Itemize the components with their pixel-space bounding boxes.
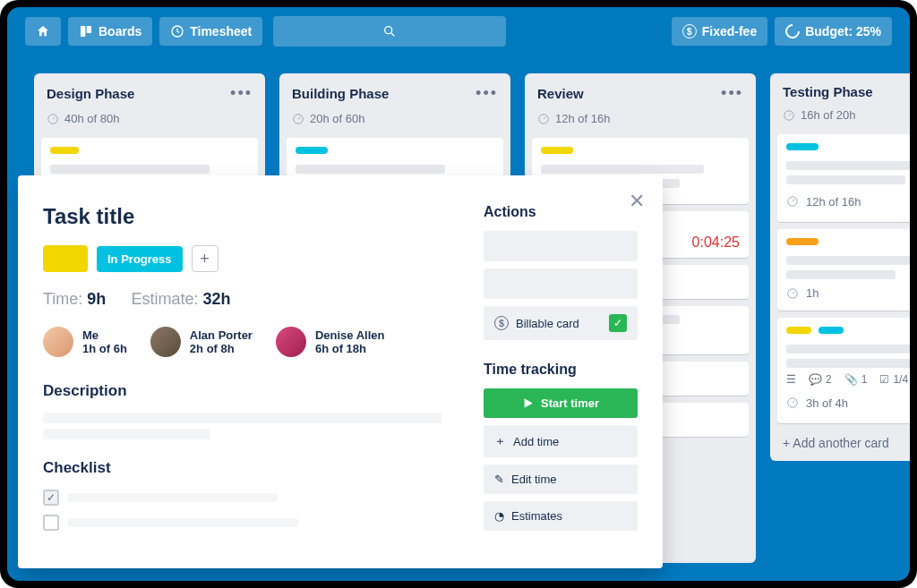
card[interactable]: ☰ 💬2 📎1 ☑1/4 3h of 4h: [777, 318, 910, 423]
budget-label: Budget: 25%: [805, 24, 881, 38]
boards-icon: [79, 24, 93, 38]
status-badge[interactable]: In Progress: [97, 246, 183, 272]
comments-icon: 💬: [809, 373, 822, 386]
column-meta: 40h of 80h: [41, 112, 258, 131]
time-label: Time:: [43, 290, 82, 308]
check-icon: ✓: [609, 314, 627, 332]
boards-button[interactable]: Boards: [68, 17, 152, 46]
actions-heading: Actions: [484, 204, 638, 220]
column-title: Design Phase: [47, 86, 134, 101]
column-meta: 16h of 20h: [777, 108, 910, 127]
pencil-icon: ✎: [494, 473, 504, 486]
add-card-button[interactable]: + Add another card: [777, 430, 910, 452]
avatar: [150, 327, 181, 357]
clock-icon: ◔: [494, 509, 504, 523]
gauge-icon: [786, 195, 799, 208]
label-pill: [786, 327, 811, 334]
label-pill: [786, 238, 818, 245]
attachment-icon: 📎: [844, 373, 858, 386]
card[interactable]: 12h of 16h: [777, 134, 910, 222]
column-meta: 12h of 16h: [532, 112, 749, 131]
label-pill: [296, 147, 328, 154]
svg-point-3: [385, 27, 392, 34]
estimate-value: 32h: [202, 290, 230, 308]
timesheet-label: Timesheet: [190, 24, 252, 38]
column-title: Building Phase: [292, 86, 389, 101]
timesheet-button[interactable]: Timesheet: [159, 17, 262, 46]
svg-rect-1: [87, 26, 91, 33]
checklist-icon: ☑: [879, 373, 889, 386]
checklist-item[interactable]: ✓: [43, 490, 462, 506]
description-icon: ☰: [786, 373, 796, 386]
fixed-fee-label: Fixed-fee: [702, 24, 757, 38]
column-title: Review: [537, 86, 584, 101]
card-badges: ☰ 💬2 📎1 ☑1/4: [786, 373, 910, 386]
checkbox-checked[interactable]: ✓: [43, 490, 59, 506]
home-icon: [36, 24, 50, 38]
start-timer-button[interactable]: Start timer: [484, 388, 638, 418]
play-icon: [522, 397, 534, 409]
column-menu-button[interactable]: •••: [721, 84, 743, 103]
dollar-icon: $: [494, 316, 509, 330]
home-button[interactable]: [25, 17, 61, 46]
column-meta: 20h of 60h: [287, 112, 503, 131]
column-menu-button[interactable]: •••: [476, 84, 498, 103]
billable-toggle[interactable]: $Billable card ✓: [484, 306, 638, 340]
boards-label: Boards: [99, 24, 141, 38]
gauge-icon: [786, 396, 799, 409]
gauge-icon: [47, 113, 59, 125]
card[interactable]: 1h: [777, 229, 910, 311]
time-value: 9h: [87, 290, 106, 308]
checkbox[interactable]: [43, 515, 59, 531]
add-time-button[interactable]: ＋Add time: [484, 425, 638, 457]
column-testing-phase: Testing Phase 16h of 20h 12h of 16h 1h: [770, 73, 910, 461]
gauge-icon: [292, 113, 304, 125]
fixed-fee-button[interactable]: $ Fixed-fee: [672, 17, 767, 46]
task-title: Task title: [43, 204, 462, 229]
search-input[interactable]: [273, 16, 506, 47]
action-button[interactable]: [484, 231, 638, 261]
header: Boards Timesheet $ Fixed-fee Budget: 25%: [7, 7, 910, 55]
column-menu-button[interactable]: •••: [230, 84, 253, 103]
action-button[interactable]: [484, 268, 638, 299]
estimate-label: Estimate:: [131, 290, 198, 308]
assignee[interactable]: Me1h of 6h: [43, 327, 127, 357]
label-pill: [818, 327, 844, 334]
running-timer: 0:04:25: [692, 234, 740, 251]
avatar: [43, 327, 73, 357]
label-yellow[interactable]: [43, 245, 88, 272]
gauge-icon: [786, 287, 799, 300]
gauge-icon: [537, 113, 550, 125]
column-title: Testing Phase: [783, 84, 873, 99]
checklist-heading: Checklist: [43, 459, 462, 477]
dollar-icon: $: [682, 24, 697, 38]
progress-ring-icon: [783, 21, 803, 42]
tracking-heading: Time tracking: [484, 362, 638, 378]
label-pill: [541, 147, 573, 154]
description-heading: Description: [43, 382, 462, 400]
edit-time-button[interactable]: ✎Edit time: [484, 464, 638, 494]
search-icon: [382, 24, 397, 38]
checklist-item[interactable]: [43, 515, 462, 531]
add-label-button[interactable]: +: [192, 245, 219, 272]
svg-rect-0: [81, 26, 85, 37]
budget-button[interactable]: Budget: 25%: [775, 17, 892, 46]
card-time: 12h of 16h: [806, 195, 861, 209]
close-icon[interactable]: ✕: [629, 190, 645, 213]
card-time: 1h: [806, 286, 818, 300]
clock-icon: [170, 24, 184, 38]
assignee[interactable]: Denise Allen6h of 18h: [276, 327, 385, 357]
estimates-button[interactable]: ◔Estimates: [484, 501, 638, 531]
label-pill: [50, 147, 79, 154]
plus-icon: ＋: [494, 433, 506, 449]
avatar: [276, 327, 306, 357]
assignee[interactable]: Alan Porter2h of 8h: [150, 327, 253, 357]
card-time: 3h of 4h: [806, 396, 848, 410]
label-pill: [786, 143, 818, 150]
task-modal: ✕ Task title In Progress + Time: 9h Esti…: [18, 175, 663, 568]
gauge-icon: [783, 109, 795, 122]
